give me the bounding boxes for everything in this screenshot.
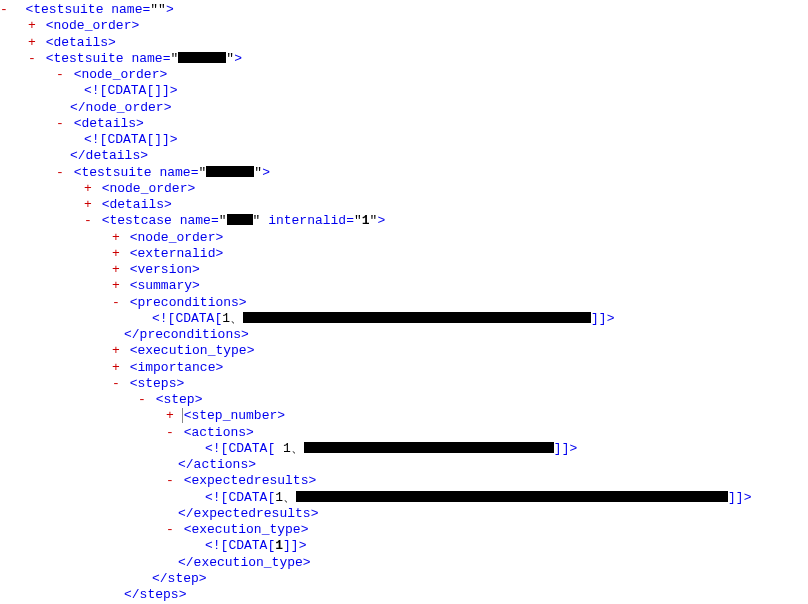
node-order-collapsed: + <node_order>	[0, 18, 808, 34]
toggle-plus[interactable]: +	[112, 278, 122, 293]
toggle-plus[interactable]: +	[84, 181, 94, 196]
toggle-plus[interactable]: +	[112, 230, 122, 245]
details-close: </details>	[0, 148, 808, 164]
toggle-minus[interactable]: -	[0, 2, 10, 17]
step-number-collapsed: + <step_number>	[0, 408, 808, 424]
toggle-minus[interactable]: -	[28, 51, 38, 66]
externalid-collapsed: + <externalid>	[0, 246, 808, 262]
toggle-plus[interactable]: +	[28, 35, 38, 50]
redacted-text	[304, 442, 554, 453]
cdata-expectedresults: <![CDATA[1、]]>	[0, 490, 808, 506]
cdata-preconditions: <![CDATA[1、]]>	[0, 311, 808, 327]
toggle-minus[interactable]: -	[112, 376, 122, 391]
cdata-actions: <![CDATA[ 1、]]>	[0, 441, 808, 457]
actions-open: - <actions>	[0, 425, 808, 441]
toggle-plus[interactable]: +	[112, 246, 122, 261]
toggle-plus[interactable]: +	[112, 360, 122, 375]
toggle-minus[interactable]: -	[138, 392, 148, 407]
version-collapsed: + <version>	[0, 262, 808, 278]
preconditions-close: </preconditions>	[0, 327, 808, 343]
toggle-minus[interactable]: -	[84, 213, 94, 228]
testsuite-open-3: - <testsuite name="">	[0, 165, 808, 181]
redacted-text	[206, 166, 254, 177]
steps-open: - <steps>	[0, 376, 808, 392]
step-open: - <step>	[0, 392, 808, 408]
toggle-plus[interactable]: +	[28, 18, 38, 33]
toggle-minus[interactable]: -	[56, 165, 66, 180]
execution-type-open: - <execution_type>	[0, 522, 808, 538]
toggle-plus[interactable]: +	[112, 262, 122, 277]
execution-type-close: </execution_type>	[0, 555, 808, 571]
node-order-open: - <node_order>	[0, 67, 808, 83]
toggle-plus[interactable]: +	[84, 197, 94, 212]
toggle-minus[interactable]: -	[112, 295, 122, 310]
expectedresults-close: </expectedresults>	[0, 506, 808, 522]
preconditions-open: - <preconditions>	[0, 295, 808, 311]
toggle-plus[interactable]: +	[166, 408, 176, 423]
details-collapsed: + <details>	[0, 35, 808, 51]
cdata-one: <![CDATA[1]]>	[0, 538, 808, 554]
actions-close: </actions>	[0, 457, 808, 473]
redacted-text	[178, 52, 226, 63]
cdata-empty: <![CDATA[]]>	[0, 132, 808, 148]
details-collapsed: + <details>	[0, 197, 808, 213]
summary-collapsed: + <summary>	[0, 278, 808, 294]
toggle-minus[interactable]: -	[56, 116, 66, 131]
details-open: - <details>	[0, 116, 808, 132]
redacted-text	[227, 214, 253, 225]
toggle-minus[interactable]: -	[166, 473, 176, 488]
toggle-minus[interactable]: -	[56, 67, 66, 82]
cdata-empty: <![CDATA[]]>	[0, 83, 808, 99]
testsuite-open-2: - <testsuite name="">	[0, 51, 808, 67]
importance-collapsed: + <importance>	[0, 360, 808, 376]
expectedresults-open: - <expectedresults>	[0, 473, 808, 489]
execution-type-collapsed: + <execution_type>	[0, 343, 808, 359]
step-close: </step>	[0, 571, 808, 587]
testsuite-open-root: - <testsuite name="">	[0, 2, 808, 18]
toggle-minus[interactable]: -	[166, 425, 176, 440]
redacted-text	[243, 312, 591, 323]
testcase-open: - <testcase name="" internalid="1">	[0, 213, 808, 229]
toggle-minus[interactable]: -	[166, 522, 176, 537]
node-order-collapsed: + <node_order>	[0, 181, 808, 197]
toggle-plus[interactable]: +	[112, 343, 122, 358]
node-order-close: </node_order>	[0, 100, 808, 116]
node-order-collapsed: + <node_order>	[0, 230, 808, 246]
redacted-text	[296, 491, 728, 502]
steps-close: </steps>	[0, 587, 808, 603]
xml-tree: - <testsuite name=""> + <node_order> + <…	[0, 2, 808, 604]
